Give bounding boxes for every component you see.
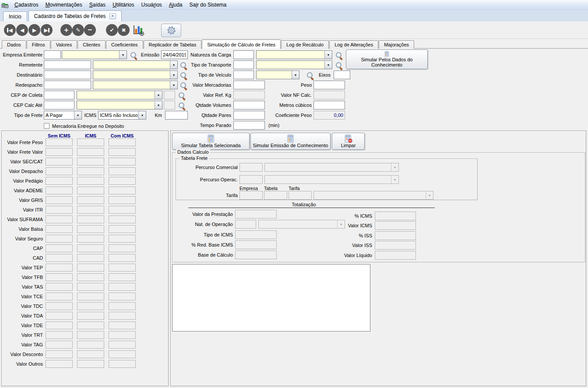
cep-calc-uf-box — [164, 101, 175, 109]
tipo-transporte-search-icon[interactable] — [335, 62, 343, 69]
tab-dados[interactable]: Dados — [2, 40, 26, 49]
value-cell — [109, 167, 136, 175]
qtdade-volumes-input[interactable] — [233, 101, 265, 109]
cancel-button[interactable]: ✖ — [118, 24, 130, 36]
value-cell — [109, 283, 136, 291]
destinatario-combo[interactable]: ▼ — [93, 71, 178, 79]
tipo-transporte-code-input[interactable] — [233, 60, 254, 69]
previous-record-button[interactable]: ◀ — [16, 24, 28, 36]
tab-simula-o-de-c-lculo-de-fretes[interactable]: Simulação de Cálculo de Fretes — [202, 39, 281, 49]
edit-record-button[interactable]: ✎ — [72, 24, 84, 36]
tab-log-de-rec-lculo[interactable]: Log de Recálculo — [281, 40, 329, 49]
tab-filtros[interactable]: Filtros — [27, 40, 50, 49]
natureza-carga-combo[interactable]: ▼ — [256, 50, 332, 59]
tab-inicio-label: Início — [9, 14, 21, 20]
tarifa-col-tarifa-label: Tarifa — [289, 186, 300, 191]
value-cell — [109, 321, 136, 329]
tarifa-empresa-box — [239, 191, 263, 200]
tipo-veiculo-code-input[interactable] — [233, 71, 254, 79]
close-tab-icon[interactable]: ✕ — [109, 13, 116, 19]
chevron-down-icon[interactable]: ▼ — [324, 61, 332, 69]
chevron-down-icon[interactable]: ▼ — [138, 111, 146, 119]
chevron-down-icon[interactable]: ▼ — [155, 101, 162, 109]
tipo-frete-combo[interactable]: A Pagar▼ — [44, 111, 82, 120]
value-cell — [109, 187, 136, 194]
tab-cadastro-tabelas-fretes[interactable]: Cadastro de Tabelas de Fretes ✕ — [28, 11, 122, 21]
toolbar: ◀ ◀ ▶ ▶ + ✎ − ✔ ✖ — [0, 21, 588, 39]
last-record-button[interactable]: ▶ — [41, 24, 53, 36]
limpar-button[interactable]: Limpar — [332, 133, 365, 150]
mercadoria-deposito-checkbox[interactable] — [44, 123, 49, 129]
destinatario-code-input[interactable] — [44, 71, 91, 79]
chevron-down-icon[interactable]: ▼ — [155, 91, 162, 99]
value-cell — [46, 293, 73, 300]
tab-valores[interactable]: Valores — [51, 40, 77, 49]
next-record-button[interactable]: ▶ — [28, 24, 40, 36]
chevron-down-icon[interactable]: ▼ — [119, 51, 127, 59]
percurso-operac-label: Percurso Operac. — [180, 176, 238, 183]
tipo-veiculo-search-icon[interactable] — [306, 72, 314, 79]
tab-log-de-altera-es[interactable]: Log de Alterações — [329, 40, 378, 49]
tempo-parado-input[interactable] — [233, 121, 265, 130]
remetente-combo[interactable]: ▼ — [93, 60, 178, 69]
icms-combo[interactable]: ICMS não Incluso▼ — [98, 111, 146, 120]
tipo-veiculo-combo[interactable]: ▼ — [256, 71, 299, 79]
tab-majora-es[interactable]: Majorações — [379, 40, 414, 49]
natureza-carga-search-icon[interactable] — [335, 52, 343, 59]
metros-cubicos-input[interactable] — [313, 101, 345, 109]
confirm-button[interactable]: ✔ — [106, 24, 118, 36]
menu-item[interactable]: Utilitários — [109, 1, 137, 9]
valor-mercadorias-input[interactable] — [233, 81, 265, 89]
empresa-emitente-code-input[interactable] — [44, 50, 61, 59]
chevron-down-icon[interactable]: ▼ — [74, 111, 81, 119]
menu-item[interactable]: Cadastros — [11, 1, 42, 9]
remetente-code-input[interactable] — [44, 60, 91, 69]
simulation-log-textarea[interactable] — [172, 264, 370, 332]
values-row: CAD — [2, 254, 166, 262]
value-row-label: CAD — [2, 254, 44, 262]
eixos-input[interactable] — [334, 71, 350, 79]
redespacho-code-input[interactable] — [44, 81, 91, 89]
menu-item[interactable]: Movimentações — [42, 1, 86, 9]
chevron-down-icon[interactable]: ▼ — [324, 51, 332, 59]
redespacho-combo[interactable]: ▼ — [93, 81, 178, 89]
mercadoria-deposito-label: Mercadoria Entregue no Depósito — [52, 123, 140, 130]
value-cell — [109, 254, 136, 262]
menu-item[interactable]: Ajuda — [165, 1, 186, 9]
value-row-label: CAP — [2, 244, 44, 252]
simular-emissao-conhecimento-button[interactable]: Simular Emissão de Conhecimento — [250, 133, 331, 150]
qtdade-pares-input[interactable] — [233, 111, 265, 120]
menu-item[interactable]: Saídas — [86, 1, 109, 9]
empresa-emitente-combo[interactable]: ▼ — [62, 50, 127, 59]
menu-item[interactable]: Usuários — [137, 1, 165, 9]
cep-coleta-input[interactable] — [44, 91, 74, 99]
simular-tabela-selecionada-button[interactable]: Simular Tabela Selecionada — [172, 133, 250, 150]
value-row-label: Valor TAG — [2, 341, 44, 349]
tipo-veiculo-label: Tipo de Veículo — [175, 71, 231, 78]
simular-dados-conhecimento-button[interactable]: Simular Pelos Dados do Conhecimento — [346, 49, 428, 69]
menu-item[interactable]: Sair do Sistema — [186, 1, 230, 9]
value-cell — [46, 244, 73, 252]
value-cell — [77, 283, 104, 291]
tab-replicador-de-tabelas[interactable]: Replicador de Tabelas — [144, 40, 202, 49]
add-record-button[interactable]: + — [60, 24, 72, 36]
tab-clientes[interactable]: Clientes — [77, 40, 106, 49]
value-row-label: Valor Desconto — [2, 350, 44, 358]
values-row: Valor Desconto — [2, 350, 166, 358]
chevron-down-icon[interactable]: ▼ — [292, 71, 299, 79]
delete-record-button[interactable]: − — [84, 24, 96, 36]
first-record-button[interactable]: ◀ — [4, 24, 16, 36]
value-cell — [77, 331, 104, 339]
cep-calc-combo[interactable]: ▼ — [77, 101, 162, 109]
peso-input[interactable] — [313, 81, 345, 89]
cep-calc-input[interactable] — [44, 101, 74, 109]
empresa-emitente-search-icon[interactable] — [130, 52, 137, 59]
natureza-carga-code-input[interactable] — [233, 50, 254, 59]
tipo-transporte-combo[interactable]: ▼ — [256, 60, 332, 69]
chart-settings-icon[interactable] — [132, 24, 144, 36]
tab-coeficientes[interactable]: Coeficientes — [106, 40, 143, 49]
cep-coleta-label: CEP de Coleta — [0, 92, 42, 99]
cep-coleta-combo[interactable]: ▼ — [77, 91, 162, 99]
tab-inicio[interactable]: Início — [3, 11, 27, 21]
settings-button[interactable] — [161, 24, 181, 37]
